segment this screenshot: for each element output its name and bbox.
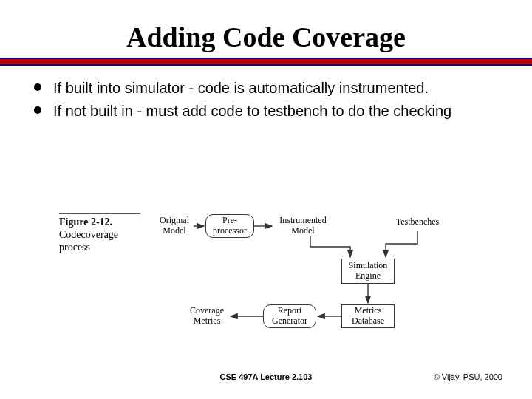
bullet-text: If not built in - must add code to testb…: [53, 103, 451, 119]
node-metrics-db: Metrics Database: [341, 304, 395, 328]
footer-right: © Vijay, PSU, 2000: [434, 372, 502, 381]
slide-body: If built into simulator - code is automa…: [0, 66, 532, 120]
node-report-generator: Report Generator: [263, 304, 316, 328]
title-rule: [0, 58, 532, 66]
node-simulation-engine: Simulation Engine: [341, 259, 395, 284]
figure-label: Figure 2-12.: [59, 216, 112, 228]
bullet-list: If built into simulator - code is automa…: [34, 79, 498, 120]
figure-caption-text: Codecoverage process: [59, 229, 118, 253]
slide: Adding Code Coverage If built into simul…: [0, 0, 532, 399]
node-original-model: Original Model: [155, 216, 194, 236]
node-instrumented-model: Instrumented Model: [273, 216, 332, 236]
figure-diagram: Figure 2-12. Codecoverage process Origin…: [52, 202, 480, 350]
bullet-text: If built into simulator - code is automa…: [53, 80, 429, 96]
figure-caption: Figure 2-12. Codecoverage process: [59, 213, 140, 253]
bullet-item: If built into simulator - code is automa…: [34, 79, 498, 98]
slide-title: Adding Code Coverage: [0, 0, 532, 58]
bullet-item: If not built in - must add code to testb…: [34, 102, 498, 120]
node-coverage-metrics: Coverage Metrics: [185, 306, 229, 327]
node-testbenches: Testbenches: [392, 216, 443, 229]
node-preprocessor: Pre- processor: [205, 214, 254, 238]
